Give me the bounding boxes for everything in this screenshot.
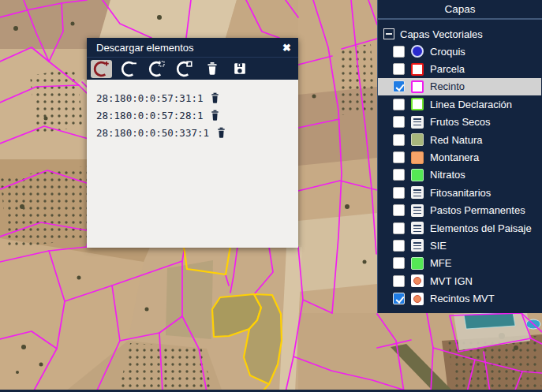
list-item: 28:180:0:0:57:31:1	[96, 89, 298, 106]
add-selection-button[interactable]	[91, 60, 112, 78]
save-button[interactable]	[229, 60, 250, 78]
layer-label: Croquis	[430, 46, 465, 58]
download-elements-dialog: Descargar elementos ✖	[87, 38, 298, 248]
list-icon	[411, 116, 424, 129]
layer-row-montanera[interactable]: Montanera	[378, 148, 542, 166]
list-icon	[411, 186, 424, 199]
checkbox-croquis[interactable]	[393, 46, 405, 58]
select-by-layer-button[interactable]	[174, 60, 195, 78]
magenta-outline-square-icon	[411, 80, 424, 93]
layer-row-nitratos[interactable]: Nitratos	[378, 166, 542, 184]
dialog-toolbar	[87, 57, 298, 80]
layer-label: Nitratos	[430, 169, 465, 181]
layer-label: Frutos Secos	[430, 116, 491, 128]
add-selection-icon	[93, 61, 110, 77]
green-outline-square-icon	[411, 98, 424, 110]
checkbox-red-natura[interactable]	[393, 134, 405, 146]
checkbox-pastos-permanentes[interactable]	[393, 204, 405, 216]
clear-all-button[interactable]	[201, 60, 222, 78]
orange-circle-icon	[411, 293, 424, 305]
checkbox-montanera[interactable]	[393, 151, 405, 163]
blue-circle-icon	[411, 45, 424, 58]
layer-row-sie[interactable]: SIE	[378, 237, 542, 254]
layer-label: Elementos del Paisaje	[430, 222, 532, 234]
layer-row-mvt-ign[interactable]: MVT IGN	[378, 272, 542, 289]
checkbox-frutos-secos[interactable]	[393, 116, 405, 128]
checkbox-recinto[interactable]	[393, 80, 405, 92]
trash-icon	[216, 127, 226, 139]
list-item: 28:180:0:0:50:337:1	[96, 124, 298, 141]
layers-panel-title: Capas	[378, 0, 542, 20]
layer-label: Fitosanitarios	[430, 187, 491, 199]
layer-label: Montanera	[430, 151, 479, 163]
layer-label: MVT IGN	[430, 275, 473, 287]
red-outline-square-icon	[411, 63, 424, 76]
layer-row-pastos-permanentes[interactable]: Pastos Permanentes	[378, 202, 542, 219]
select-dashed-box-icon	[148, 61, 165, 77]
dialog-titlebar[interactable]: Descargar elementos ✖	[87, 38, 298, 57]
list-icon	[411, 204, 424, 217]
checkbox-parcela[interactable]	[393, 63, 405, 75]
delete-item-button[interactable]	[210, 110, 220, 121]
checkbox-nitratos[interactable]	[393, 169, 405, 181]
close-icon[interactable]: ✖	[282, 43, 291, 53]
peach-fill-icon	[411, 151, 424, 164]
layer-row-recinto[interactable]: Recinto	[378, 78, 541, 95]
select-by-layer-icon	[176, 61, 193, 77]
layer-row-recintos-mvt[interactable]: Recintos MVT	[378, 289, 542, 307]
checkbox-elementos-del-paisaje[interactable]	[393, 222, 405, 234]
layer-label: Recintos MVT	[430, 293, 495, 304]
list-icon	[411, 222, 424, 234]
parcel-id: 28:180:0:0:57:28:1	[96, 110, 203, 121]
checkbox-sie[interactable]	[393, 240, 405, 252]
checkbox-mvt-ign[interactable]	[393, 275, 405, 287]
collapse-icon[interactable]	[383, 28, 394, 39]
trash-icon	[204, 61, 220, 77]
layer-label: Recinto	[430, 80, 465, 92]
layer-label: SIE	[430, 240, 447, 252]
trash-icon	[210, 92, 220, 104]
green-fill-icon	[411, 169, 424, 181]
layer-row-frutos-secos[interactable]: Frutos Secos	[378, 114, 542, 131]
orange-circle-icon	[411, 274, 424, 287]
remove-selection-button[interactable]	[118, 60, 140, 78]
delete-item-button[interactable]	[210, 92, 220, 104]
green-fill-icon	[411, 257, 424, 270]
sage-fill-icon	[411, 133, 424, 146]
save-icon	[232, 61, 248, 77]
layer-row-linea-declaracion[interactable]: Linea Declaración	[378, 95, 542, 113]
checkbox-mfe[interactable]	[393, 257, 405, 269]
list-item: 28:180:0:0:57:28:1	[96, 106, 298, 124]
layer-label: MFE	[430, 257, 451, 269]
checkbox-linea-declaracion[interactable]	[393, 99, 405, 110]
list-icon	[411, 239, 424, 252]
remove-selection-icon	[121, 61, 137, 77]
gis-viewer: Descargar elementos ✖	[0, 0, 542, 392]
parcel-id: 28:180:0:0:50:337:1	[96, 127, 209, 139]
checkbox-recintos-mvt[interactable]	[393, 293, 405, 304]
group-label: Capas Vectoriales	[400, 28, 483, 40]
layer-row-red-natura[interactable]: Red Natura	[378, 131, 542, 148]
layers-tree: Capas Vectoriales Croquis Parcela Recint…	[378, 20, 542, 308]
select-dashed-box-button[interactable]	[146, 60, 167, 78]
layer-row-mfe[interactable]: MFE	[378, 255, 542, 272]
layer-label: Red Natura	[430, 134, 482, 146]
layer-row-elementos-del-paisaje[interactable]: Elementos del Paisaje	[378, 219, 542, 237]
layers-panel: Capas Capas Vectoriales Croquis Parcela …	[377, 0, 542, 313]
trash-icon	[210, 110, 220, 121]
layer-row-fitosanitarios[interactable]: Fitosanitarios	[378, 184, 542, 201]
layer-row-croquis[interactable]: Croquis	[378, 43, 542, 60]
group-capas-vectoriales[interactable]: Capas Vectoriales	[378, 25, 542, 43]
parcel-id: 28:180:0:0:57:31:1	[96, 92, 203, 104]
layer-row-parcela[interactable]: Parcela	[378, 60, 542, 77]
delete-item-button[interactable]	[216, 127, 226, 139]
dialog-title: Descargar elementos	[96, 42, 282, 54]
layer-label: Parcela	[430, 63, 465, 75]
selected-elements-list: 28:180:0:0:57:31:1 28:180:0:0:57:28:1	[87, 80, 298, 248]
layer-label: Linea Declaración	[430, 99, 512, 110]
layer-label: Pastos Permanentes	[430, 204, 525, 216]
checkbox-fitosanitarios[interactable]	[393, 187, 405, 199]
